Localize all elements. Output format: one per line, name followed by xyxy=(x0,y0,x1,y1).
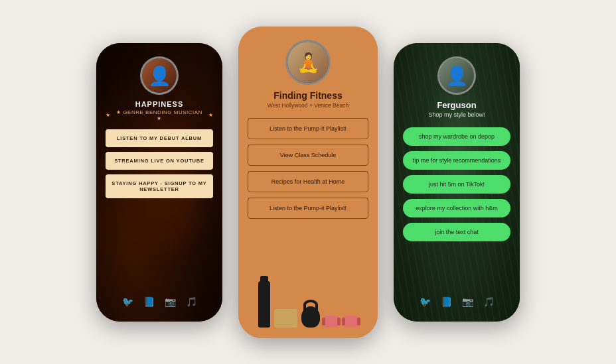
fashion-username: Ferguson xyxy=(437,100,476,110)
fashion-btn-5[interactable]: join the text chat xyxy=(403,223,510,241)
star-left-icon: ★ xyxy=(106,112,111,118)
music-btn-1[interactable]: LISTEN TO MY DEBUT ALBUM xyxy=(106,129,213,147)
dumbbells-icon xyxy=(324,316,358,328)
twitter-icon[interactable]: 🐦 xyxy=(121,295,134,308)
product-visual xyxy=(258,281,358,328)
facebook-icon-fashion[interactable]: 📘 xyxy=(439,295,453,308)
fitness-btn-1[interactable]: Listen to the Pump-it Playlist! xyxy=(248,118,368,139)
music-username: HAPPINESS xyxy=(135,100,184,108)
instagram-icon-fashion[interactable]: 📷 xyxy=(461,295,474,308)
fashion-subtitle: Shop my style below! xyxy=(428,111,485,118)
avatar-fashion xyxy=(437,56,476,95)
kettlebell-icon xyxy=(301,306,320,328)
music-btn-2[interactable]: STREAMING LIVE ON YOUTUBE xyxy=(106,152,213,170)
spotify-icon[interactable]: 🎵 xyxy=(185,295,198,308)
music-social-row: 🐦 📘 📷 🎵 xyxy=(121,295,198,311)
fitness-btn-3[interactable]: Recipes for Health at Home xyxy=(248,171,368,192)
fitness-btn-4[interactable]: Listen to the Pump-it Playlist! xyxy=(248,198,368,219)
phone-music: HAPPINESS ★ ★ GENRE BENDING MUSICIAN ★ ★… xyxy=(96,43,222,322)
avatar-fitness xyxy=(285,40,331,85)
dumbbell-right xyxy=(344,316,358,328)
avatar-music xyxy=(140,56,179,95)
fitness-name: Finding Fitness xyxy=(273,90,342,101)
music-btn-3[interactable]: STAYING HAPPY - SIGNUP TO MY NEWSLETTER xyxy=(106,174,213,198)
fitness-product-image xyxy=(248,255,368,328)
dumbbell-left xyxy=(324,316,339,328)
fitness-location: West Hollywood + Venice Beach xyxy=(268,102,348,109)
fashion-social-row: 🐦 📘 📷 🎵 xyxy=(418,295,495,311)
phone-fashion: Ferguson Shop my style below! shop my wa… xyxy=(394,43,520,322)
fashion-btn-3[interactable]: just hit 5m on TikTok! xyxy=(403,175,510,194)
facebook-icon[interactable]: 📘 xyxy=(142,295,155,308)
fitness-btn-2[interactable]: View Class Schedule xyxy=(248,145,368,166)
spotify-icon-fashion[interactable]: 🎵 xyxy=(482,295,495,308)
instagram-icon[interactable]: 📷 xyxy=(163,295,177,308)
yoga-block-icon xyxy=(274,309,297,328)
phone-fitness: Finding Fitness West Hollywood + Venice … xyxy=(238,27,378,338)
twitter-icon-fashion[interactable]: 🐦 xyxy=(418,295,431,308)
fashion-btn-1[interactable]: shop my wardrobe on depop xyxy=(403,127,510,146)
fashion-btn-4[interactable]: explore my collection with h&m xyxy=(403,199,510,217)
star-right-icon: ★ xyxy=(208,112,214,118)
music-subtitle: ★ ★ GENRE BENDING MUSICIAN ★ ★ xyxy=(106,109,213,121)
water-bottle-icon xyxy=(258,281,270,328)
music-genre-label: ★ GENRE BENDING MUSICIAN ★ xyxy=(114,109,206,121)
fashion-btn-2[interactable]: tip me for style recommendations xyxy=(403,151,510,170)
